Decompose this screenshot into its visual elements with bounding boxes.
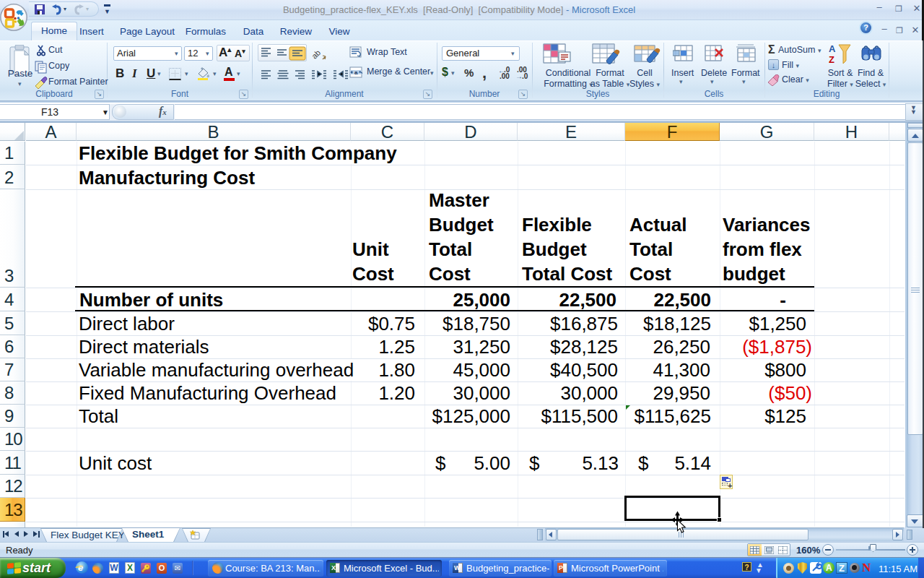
svg-text:A: A <box>829 43 836 54</box>
svg-text:a: a <box>354 69 358 76</box>
svg-text:Z: Z <box>829 54 834 65</box>
svg-text:ab: ab <box>310 48 322 61</box>
